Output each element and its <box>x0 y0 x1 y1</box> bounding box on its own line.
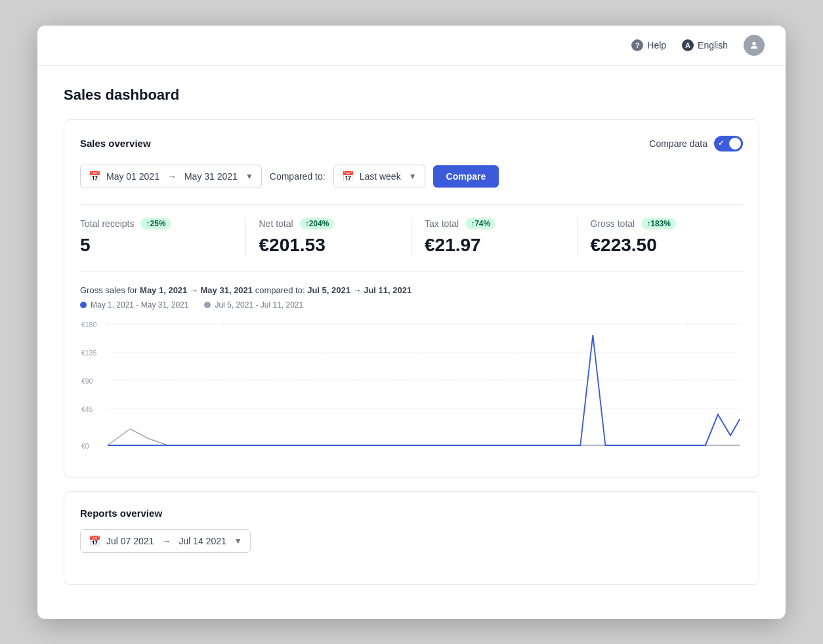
metric-value-0: 5 <box>80 235 232 256</box>
reports-overview-card: Reports overview 📅 Jul 07 2021 → Jul 14 … <box>64 491 759 585</box>
metric-label-2: Tax total <box>425 218 459 229</box>
page-title: Sales dashboard <box>64 87 759 104</box>
chart-svg: €180 €135 €90 €45 €0 <box>80 317 743 462</box>
metric-value-3: €223.50 <box>591 235 744 256</box>
metric-badge-0: ↑25% <box>140 218 171 230</box>
comparison-period: Last week <box>360 171 401 182</box>
compare-data-label: Compare data <box>649 138 707 149</box>
svg-text:€180: €180 <box>81 320 96 328</box>
reports-chevron-icon: ▼ <box>234 536 242 546</box>
compare-button[interactable]: Compare <box>433 165 499 188</box>
primary-date-picker[interactable]: 📅 May 01 2021 → May 31 2021 ▼ <box>80 165 262 188</box>
chevron-down-icon: ▼ <box>245 172 253 181</box>
svg-text:€45: €45 <box>81 405 93 413</box>
sales-overview-card: Sales overview Compare data ✓ 📅 May 01 2… <box>64 119 759 478</box>
compared-to-label: Compared to: <box>270 171 326 182</box>
help-label: Help <box>647 40 666 50</box>
metric-label-1: Net total <box>259 218 293 229</box>
card-header: Sales overview Compare data ✓ <box>80 136 743 151</box>
reports-date-picker[interactable]: 📅 Jul 07 2021 → Jul 14 2021 ▼ <box>80 529 251 553</box>
reports-date-end: Jul 14 2021 <box>179 536 226 546</box>
reports-date-row: 📅 Jul 07 2021 → Jul 14 2021 ▼ <box>80 529 743 553</box>
metric-value-1: €201.53 <box>259 235 398 256</box>
sales-overview-title: Sales overview <box>80 138 151 149</box>
date-filter-row: 📅 May 01 2021 → May 31 2021 ▼ Compared t… <box>80 165 743 188</box>
calendar-icon-2: 📅 <box>342 171 354 182</box>
topbar: ? Help A English <box>37 26 786 66</box>
main-content: Sales dashboard Sales overview Compare d… <box>37 66 786 619</box>
metric-badge-2: ↑74% <box>465 218 496 230</box>
metric-value-2: €21.97 <box>425 235 564 256</box>
svg-text:€0: €0 <box>81 441 89 449</box>
chart-section: Gross sales for May 1, 2021 → May 31, 20… <box>80 272 743 462</box>
reports-calendar-icon: 📅 <box>89 535 101 547</box>
legend-dot-compare <box>204 302 211 308</box>
legend-item-compare: Jul 5, 2021 - Jul 11, 2021 <box>204 300 303 310</box>
date-arrow: → <box>167 171 177 182</box>
legend-dot-primary <box>80 302 87 308</box>
compare-data-toggle[interactable]: ✓ <box>714 136 743 151</box>
legend-label-compare: Jul 5, 2021 - Jul 11, 2021 <box>215 300 303 310</box>
help-icon: ? <box>631 39 643 51</box>
language-icon: A <box>682 39 694 51</box>
chart-container: €180 €135 €90 €45 €0 <box>80 317 743 462</box>
language-label: English <box>698 40 728 50</box>
metric-label-0: Total receipts <box>80 218 134 229</box>
chevron-down-icon-2: ▼ <box>409 172 417 181</box>
comparison-date-picker[interactable]: 📅 Last week ▼ <box>333 165 425 188</box>
reports-date-start: Jul 07 2021 <box>106 536 154 546</box>
svg-point-0 <box>752 41 755 45</box>
compare-data-row: Compare data ✓ <box>649 136 743 151</box>
reports-overview-title: Reports overview <box>80 508 743 519</box>
metric-badge-3: ↑183% <box>641 218 676 230</box>
main-window: ? Help A English Sales dashboard Sales o… <box>37 26 786 619</box>
metric-tax-total: Tax total ↑74% €21.97 <box>412 218 578 256</box>
svg-text:€90: €90 <box>81 376 93 384</box>
chart-legend: May 1, 2021 - May 31, 2021 Jul 5, 2021 -… <box>80 300 743 310</box>
svg-text:€135: €135 <box>81 348 96 356</box>
primary-date-end: May 31 2021 <box>184 171 238 182</box>
metric-label-3: Gross total <box>591 218 635 229</box>
legend-item-primary: May 1, 2021 - May 31, 2021 <box>80 300 188 310</box>
user-avatar[interactable] <box>744 35 765 56</box>
chart-title: Gross sales for May 1, 2021 → May 31, 20… <box>80 285 743 295</box>
help-button[interactable]: ? Help <box>631 39 666 51</box>
metric-gross-total: Gross total ↑183% €223.50 <box>578 218 744 256</box>
metrics-row: Total receipts ↑25% 5 Net total ↑204% €2… <box>80 204 743 256</box>
metric-net-total: Net total ↑204% €201.53 <box>246 218 412 256</box>
metric-badge-1: ↑204% <box>300 218 335 230</box>
primary-date-start: May 01 2021 <box>106 171 159 182</box>
legend-label-primary: May 1, 2021 - May 31, 2021 <box>91 300 188 310</box>
metric-total-receipts: Total receipts ↑25% 5 <box>80 218 246 256</box>
calendar-icon: 📅 <box>89 171 101 182</box>
language-button[interactable]: A English <box>682 39 728 51</box>
